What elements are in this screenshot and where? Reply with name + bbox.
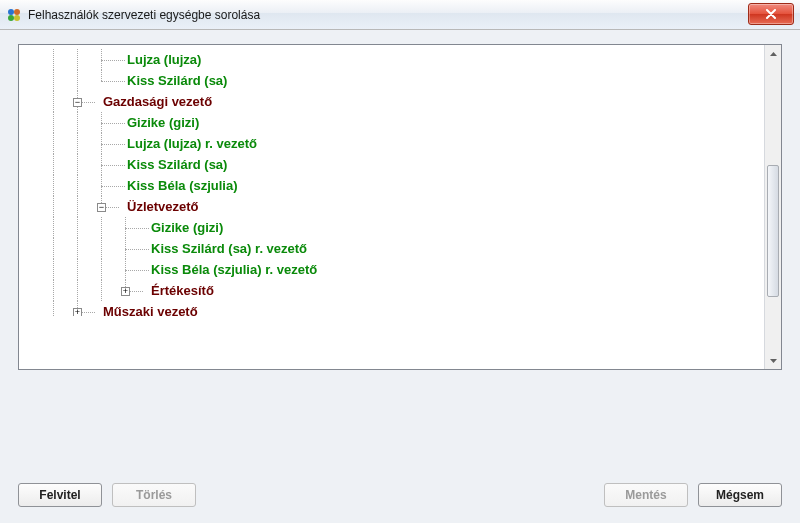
tree-item-row[interactable]: Kiss Szilárd (sa) r. vezető [23, 238, 764, 259]
felvitel-button[interactable]: Felvitel [18, 483, 102, 507]
scrollbar-thumb[interactable] [767, 165, 779, 297]
client-area: Lujza (lujza)Kiss Szilárd (sa)−Gazdasági… [0, 30, 800, 523]
tree-item-row[interactable]: Lujza (lujza) r. vezető [23, 133, 764, 154]
vertical-scrollbar[interactable] [764, 45, 781, 369]
tree-group-row[interactable]: +Értékesítő [23, 280, 764, 301]
tree-item-label: Lujza (lujza) r. vezető [125, 133, 259, 154]
expand-icon[interactable]: + [121, 287, 130, 296]
tree-item-label: Kiss Béla (szjulia) r. vezető [149, 259, 319, 280]
tree-item-row[interactable]: Kiss Szilárd (sa) [23, 70, 764, 91]
tree-item-label: Lujza (lujza) [125, 49, 203, 70]
torles-button[interactable]: Törlés [112, 483, 196, 507]
collapse-icon[interactable]: − [73, 98, 82, 107]
tree-item-label: Kiss Szilárd (sa) r. vezető [149, 238, 309, 259]
tree-group-row[interactable]: −Üzletvezető [23, 196, 764, 217]
tree-group-label: Műszaki vezető [101, 301, 200, 316]
scroll-down-arrow-icon[interactable] [765, 352, 781, 369]
tree-group-label: Gazdasági vezető [101, 91, 214, 112]
scroll-up-arrow-icon[interactable] [765, 45, 781, 62]
tree-item-label: Kiss Szilárd (sa) [125, 154, 229, 175]
button-bar: Felvitel Törlés Mentés Mégsem [18, 483, 782, 509]
tree-item-row[interactable]: Kiss Béla (szjulia) [23, 175, 764, 196]
tree-item-row[interactable]: Lujza (lujza) [23, 49, 764, 70]
tree-group-label: Üzletvezető [125, 196, 201, 217]
org-tree-panel: Lujza (lujza)Kiss Szilárd (sa)−Gazdasági… [18, 44, 782, 370]
tree-item-row[interactable]: Kiss Szilárd (sa) [23, 154, 764, 175]
app-icon [6, 7, 22, 23]
titlebar: Felhasználók szervezeti egységbe sorolás… [0, 0, 800, 30]
tree-item-label: Gizike (gizi) [149, 217, 225, 238]
tree-group-label: Értékesítő [149, 280, 216, 301]
tree-item-label: Kiss Szilárd (sa) [125, 70, 229, 91]
tree-item-row[interactable]: Gizike (gizi) [23, 217, 764, 238]
window-title: Felhasználók szervezeti egységbe sorolás… [28, 8, 260, 22]
tree-item-label: Kiss Béla (szjulia) [125, 175, 240, 196]
tree-item-label: Gizike (gizi) [125, 112, 201, 133]
megsem-button[interactable]: Mégsem [698, 483, 782, 507]
tree-group-row[interactable]: +Műszaki vezető [23, 301, 764, 316]
tree-item-row[interactable]: Kiss Béla (szjulia) r. vezető [23, 259, 764, 280]
tree-item-row[interactable]: Gizike (gizi) [23, 112, 764, 133]
collapse-icon[interactable]: − [97, 203, 106, 212]
expand-icon[interactable]: + [73, 308, 82, 317]
mentes-button[interactable]: Mentés [604, 483, 688, 507]
close-button[interactable] [748, 3, 794, 25]
tree-group-row[interactable]: −Gazdasági vezető [23, 91, 764, 112]
close-icon [765, 9, 777, 19]
org-tree[interactable]: Lujza (lujza)Kiss Szilárd (sa)−Gazdasági… [19, 45, 764, 369]
